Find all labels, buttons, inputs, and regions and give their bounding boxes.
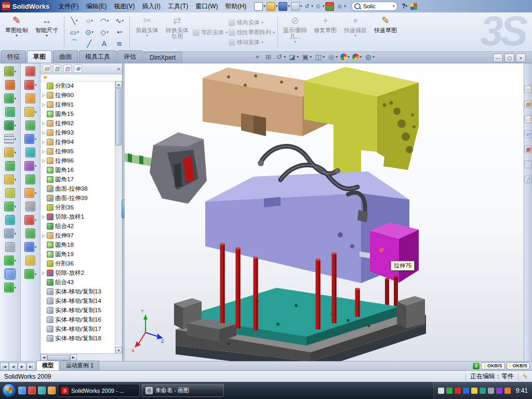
sketch-entity-tool[interactable]: ◇ ▾ [97, 26, 112, 38]
tree-item[interactable]: ▷ 拉伸95 [41, 147, 115, 156]
palette-icon[interactable] [410, 3, 417, 10]
ribbon-stack-button[interactable]: 线性草图阵列 ▾ [229, 29, 275, 36]
featuremanager-tab-icon[interactable]: ▤ [43, 64, 51, 73]
tree-vertical-scrollbar[interactable]: ▲ ▼ [115, 81, 122, 354]
left-toolbar-button[interactable]: ▾ [24, 188, 37, 198]
tray-icon[interactable] [504, 388, 511, 394]
left-toolbar-button[interactable]: ▾ [24, 242, 37, 252]
quick-launch-icon[interactable] [38, 387, 46, 394]
tree-item[interactable]: 圆角17 [41, 175, 115, 184]
dropdown-arrow-icon[interactable]: ▾ [120, 30, 122, 34]
tree-item[interactable]: 组合42 [41, 221, 115, 231]
sketch-entity-tool[interactable]: ≋ [112, 38, 127, 49]
dropdown-arrow-icon[interactable]: ▾ [15, 259, 17, 263]
tree-item[interactable]: ▷ 切除-放样2 [41, 268, 115, 277]
ribbon-button[interactable]: ✂ 剪裁实体 ▾ [132, 14, 162, 50]
search-dropdown-arrow-icon[interactable]: ▾ [393, 4, 395, 8]
toolbar-button[interactable]: ⊙ ▾ [314, 3, 325, 10]
toolbar-button[interactable]: ▾ [278, 2, 290, 11]
start-button[interactable] [2, 383, 16, 397]
dropdown-arrow-icon[interactable]: ▾ [323, 55, 325, 59]
left-toolbar-button[interactable] [25, 148, 36, 157]
view-tool-button[interactable]: ◪ ▾ [288, 53, 299, 61]
dropdown-arrow-icon[interactable]: ▾ [35, 272, 37, 276]
tree-item[interactable]: ▷ 拉伸92 [41, 118, 115, 128]
left-toolbar-button[interactable]: ▾ [24, 134, 37, 144]
left-toolbar-button[interactable] [25, 94, 36, 103]
toolbar-button[interactable]: ▾ [254, 2, 265, 11]
dropdown-arrow-icon[interactable]: ▾ [16, 33, 18, 38]
dropdown-arrow-icon[interactable]: ▾ [360, 55, 362, 59]
tray-icon[interactable] [496, 388, 502, 394]
tree-item[interactable]: 分割36 [41, 259, 115, 268]
menu-item[interactable]: 工具(T) [164, 1, 192, 12]
toolbar-button[interactable]: ↺ ▾ [303, 3, 313, 10]
left-toolbar-button[interactable]: ▾ [4, 256, 17, 265]
network-monitor-icon[interactable]: 2 [473, 363, 480, 369]
tree-item[interactable]: 圆角16 [41, 165, 115, 175]
dropdown-arrow-icon[interactable]: ▾ [263, 4, 265, 8]
sketch-status-icon[interactable]: ✎ [523, 373, 528, 380]
dropdown-arrow-icon[interactable]: ▾ [15, 124, 17, 128]
view-tool-button[interactable]: ⊞ [264, 53, 273, 61]
tree-item[interactable]: 圆角15 [41, 109, 115, 118]
view-palette-icon[interactable]: ▦ [524, 145, 532, 153]
offset-entities-button[interactable]: 等距实体 ▾ [193, 29, 228, 36]
toolbar-button[interactable]: ▾ [291, 2, 302, 11]
left-toolbar-button[interactable] [25, 256, 36, 265]
view-tool-button[interactable]: ↺ ▾ [275, 53, 286, 61]
tree-item[interactable]: 实体-移动/复制18 [41, 334, 115, 343]
tree-item[interactable]: 圆角18 [41, 240, 115, 249]
scroll-left-button[interactable]: ◀ [41, 354, 47, 361]
ribbon-stack-button[interactable]: 移动实体 ▾ [229, 38, 275, 46]
left-toolbar-button[interactable] [5, 242, 16, 252]
sketch-entity-tool[interactable]: ▭ ▾ [67, 26, 82, 38]
search-input[interactable] [362, 3, 391, 10]
dropdown-arrow-icon[interactable]: ▾ [300, 4, 302, 8]
left-toolbar-button[interactable]: ▾ [4, 66, 17, 76]
scrollbar-thumb[interactable] [47, 355, 70, 361]
propertymanager-tab-icon[interactable]: ▥ [53, 64, 61, 73]
sketch-entity-tool[interactable]: ○ ▾ [82, 15, 97, 26]
view-tool-button[interactable]: ▣ ▾ [301, 53, 312, 61]
dropdown-arrow-icon[interactable]: ▾ [348, 55, 350, 59]
dropdown-arrow-icon[interactable]: ▾ [273, 30, 275, 35]
dropdown-arrow-icon[interactable]: ▾ [15, 205, 17, 209]
expand-arrow-icon[interactable]: ▷ [42, 158, 47, 163]
quick-launch-icon[interactable] [18, 387, 26, 394]
sketch-entity-tool[interactable]: ⊙ ▾ [82, 26, 97, 38]
command-manager-tab[interactable]: 曲面 [53, 50, 78, 63]
ribbon-stack-button[interactable]: 镜向实体 ▾ [229, 19, 275, 26]
dropdown-arrow-icon[interactable]: ▾ [294, 39, 296, 44]
tab-nav-button[interactable]: |◀ [0, 363, 9, 370]
left-toolbar-button[interactable] [5, 161, 16, 171]
dropdown-arrow-icon[interactable]: ▾ [288, 4, 290, 8]
dropdown-arrow-icon[interactable]: ▾ [35, 83, 37, 87]
left-toolbar-button[interactable]: ▾ [24, 215, 37, 225]
dropdown-arrow-icon[interactable]: ▾ [35, 164, 37, 168]
tree-item[interactable]: 组合43 [41, 277, 115, 287]
dropdown-arrow-icon[interactable]: ▾ [261, 40, 263, 45]
ribbon-button[interactable]: ⊘ 显示/删除几... ▾ [281, 14, 310, 50]
tree-item[interactable]: 圆角19 [41, 249, 115, 259]
taskbar-clock[interactable]: 9:41 [516, 387, 528, 394]
menu-item[interactable]: 文件(F) [55, 1, 82, 12]
dropdown-arrow-icon[interactable]: ▾ [344, 4, 346, 8]
dropdown-arrow-icon[interactable]: ▾ [122, 19, 124, 23]
sketch-entity-tool[interactable]: A [97, 38, 112, 49]
left-toolbar-button[interactable] [5, 80, 16, 90]
tab-nav-button[interactable]: ◀ [9, 363, 18, 370]
tree-item[interactable]: 实体-移动/复制16 [41, 315, 115, 324]
dropdown-arrow-icon[interactable]: ▾ [15, 97, 17, 101]
expand-panel-chevron[interactable]: » [117, 66, 120, 72]
dropdown-arrow-icon[interactable]: ▾ [276, 4, 278, 8]
expand-arrow-icon[interactable]: ▷ [42, 102, 47, 107]
dropdown-arrow-icon[interactable]: ▾ [76, 19, 78, 23]
configurationmanager-tab-icon[interactable]: ▧ [63, 64, 72, 73]
dropdown-arrow-icon[interactable]: ▾ [92, 30, 94, 34]
left-toolbar-button[interactable]: ▾ [24, 269, 37, 279]
dimxpertmanager-tab-icon[interactable]: ⊕ [74, 64, 82, 73]
quick-launch-icon[interactable] [28, 387, 36, 394]
ribbon-button[interactable]: ↔ 智能尺寸 ▾ [32, 14, 61, 50]
dropdown-arrow-icon[interactable]: ▾ [15, 178, 17, 182]
